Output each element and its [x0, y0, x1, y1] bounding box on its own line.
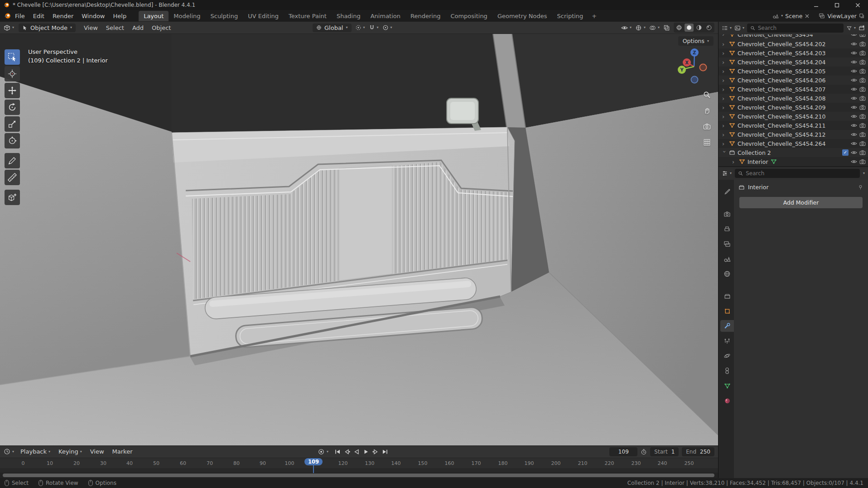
outliner-filter-button[interactable]: ▾	[846, 25, 856, 31]
expander-icon[interactable]: ›	[722, 96, 727, 101]
properties-search-input[interactable]	[746, 170, 857, 177]
object-name[interactable]: Chevrolet_Chevelle_SS454.208	[738, 95, 825, 102]
tool-rotate[interactable]	[5, 100, 20, 115]
collection-checkbox[interactable]: ✓	[842, 149, 849, 156]
minimize-button[interactable]	[805, 0, 826, 10]
hide-eye-icon[interactable]	[851, 41, 857, 47]
pan-button[interactable]	[701, 105, 712, 116]
outliner-row[interactable]: › Chevrolet_Chevelle_SS454.206 ✓	[719, 76, 868, 85]
hide-eye-icon[interactable]	[851, 77, 857, 83]
hide-eye-icon[interactable]	[851, 122, 857, 129]
viewlayer-name[interactable]: ViewLayer	[827, 13, 857, 19]
menu-item[interactable]: Window	[77, 11, 109, 21]
snap-toggle[interactable]: ▾	[369, 24, 379, 31]
properties-tab-render[interactable]	[720, 208, 734, 220]
editor-type-button[interactable]: ▾	[4, 24, 14, 31]
object-name[interactable]: Chevrolet_Chevelle_SS454.264	[738, 140, 825, 147]
playback-menu[interactable]: Playback ▾	[19, 447, 52, 456]
new-viewlayer-icon[interactable]	[859, 13, 864, 19]
properties-search[interactable]	[735, 169, 860, 178]
viewport-menu-item[interactable]: Object	[148, 24, 174, 32]
workspace-tab[interactable]: Texture Paint	[284, 11, 332, 21]
properties-tab-object-data[interactable]	[720, 380, 734, 392]
3d-scene[interactable]	[0, 34, 718, 445]
disable-render-camera-icon[interactable]	[859, 131, 866, 138]
expander-icon[interactable]: ›	[722, 123, 727, 129]
properties-tab-world[interactable]	[720, 268, 734, 280]
end-frame-field[interactable]: End 250	[682, 447, 714, 456]
expander-icon[interactable]: ›	[722, 105, 727, 110]
gizmos-selector[interactable]: ▾	[635, 24, 646, 31]
mode-selector[interactable]: Object Mode ▾	[19, 24, 76, 32]
workspace-tab[interactable]: Scripting	[552, 11, 588, 21]
new-collection-button[interactable]	[858, 25, 865, 31]
hide-eye-icon[interactable]	[851, 50, 857, 56]
navigation-gizmo[interactable]: Z X Y	[675, 48, 713, 86]
workspace-tab[interactable]: UV Editing	[243, 11, 284, 21]
outliner-row[interactable]: › Chevrolet_Chevelle_SS454.203 ✓	[719, 48, 868, 57]
orientation-selector[interactable]: Global ▾	[313, 24, 352, 32]
viewlayer-icon[interactable]	[819, 13, 825, 19]
current-frame-field[interactable]: 109	[609, 447, 637, 456]
prev-keyframe-button[interactable]	[343, 448, 351, 456]
disable-render-camera-icon[interactable]	[859, 86, 866, 92]
menu-item[interactable]: Edit	[29, 11, 48, 21]
outliner-row[interactable]: › Chevrolet_Chevelle_SS454.211 ✓	[719, 121, 868, 130]
disable-render-camera-icon[interactable]	[859, 41, 866, 47]
breadcrumb-object-name[interactable]: Interior	[748, 184, 769, 191]
disable-render-camera-icon[interactable]	[859, 149, 866, 156]
viewport-menu-item[interactable]: View	[80, 24, 101, 32]
workspace-tab[interactable]: Modeling	[169, 11, 205, 21]
scene-name[interactable]: Scene	[785, 13, 802, 19]
properties-tab-collection[interactable]	[720, 290, 734, 302]
outliner-row[interactable]: › Collection 2 ✓	[719, 148, 868, 157]
hide-eye-icon[interactable]	[851, 131, 857, 138]
properties-tab-modifiers[interactable]	[720, 320, 734, 332]
workspace-tab[interactable]: Compositing	[445, 11, 492, 21]
outliner-row-clipped[interactable]: › Chevrolet_Chevelle_SS454	[719, 34, 868, 39]
properties-tab-material[interactable]	[720, 395, 734, 407]
outliner-row[interactable]: › Interior ✓	[719, 157, 868, 166]
outliner-row[interactable]: › Chevrolet_Chevelle_SS454.202 ✓	[719, 39, 868, 48]
marker-menu[interactable]: Marker	[111, 447, 135, 456]
viewport-canvas[interactable]: User Perspective (109) Collection 2 | In…	[0, 34, 718, 445]
outliner-row[interactable]: › Chevrolet_Chevelle_SS454.210 ✓	[719, 112, 868, 121]
expander-icon[interactable]: ›	[732, 159, 737, 165]
expander-icon[interactable]: ›	[722, 50, 727, 56]
hide-eye-icon[interactable]	[851, 104, 857, 110]
disable-render-camera-icon[interactable]	[859, 104, 866, 110]
add-workspace-button[interactable]: +	[588, 12, 600, 20]
outliner-search-input[interactable]	[758, 25, 840, 31]
disable-render-camera-icon[interactable]	[859, 113, 866, 120]
outliner-row[interactable]: › Chevrolet_Chevelle_SS454.204 ✓	[719, 57, 868, 67]
object-name[interactable]: Interior	[747, 158, 768, 165]
disable-render-camera-icon[interactable]	[859, 158, 866, 165]
jump-to-end-button[interactable]	[381, 448, 389, 456]
tool-annotate[interactable]	[5, 153, 20, 168]
object-name[interactable]: Chevrolet_Chevelle_SS454.211	[738, 122, 825, 129]
blender-logo-icon[interactable]	[4, 12, 11, 19]
outliner-display-mode[interactable]: ▾	[734, 25, 744, 31]
disable-render-camera-icon[interactable]	[859, 77, 866, 83]
keying-set-caret[interactable]: ▾	[327, 450, 328, 454]
preview-range-clock-icon[interactable]	[641, 449, 647, 455]
outliner-row[interactable]: › Chevrolet_Chevelle_SS454.207 ✓	[719, 85, 868, 94]
object-name[interactable]: Chevrolet_Chevelle_SS454.202	[738, 41, 825, 48]
snap-caret[interactable]: ▾	[377, 26, 379, 29]
menu-item[interactable]: Help	[109, 11, 131, 21]
properties-tab-physics[interactable]	[720, 350, 734, 362]
object-name[interactable]: Chevrolet_Chevelle_SS454.206	[738, 77, 825, 84]
hide-eye-icon[interactable]	[851, 95, 857, 101]
object-name[interactable]: Chevrolet_Chevelle_SS454.207	[738, 86, 825, 93]
jump-to-start-button[interactable]	[333, 448, 342, 456]
tool-transform[interactable]	[5, 133, 20, 148]
expander-icon[interactable]: ›	[722, 86, 727, 92]
play-reverse-button[interactable]	[352, 448, 361, 456]
view-menu[interactable]: View	[88, 447, 106, 456]
viewport-menu-item[interactable]: Select	[102, 24, 128, 32]
object-name[interactable]: Chevrolet_Chevelle_SS454.210	[738, 113, 825, 120]
next-keyframe-button[interactable]	[371, 448, 380, 456]
proportional-caret[interactable]: ▾	[391, 26, 392, 29]
options-dropdown[interactable]: Options ▾	[678, 36, 714, 46]
expander-icon[interactable]: ›	[722, 68, 727, 74]
